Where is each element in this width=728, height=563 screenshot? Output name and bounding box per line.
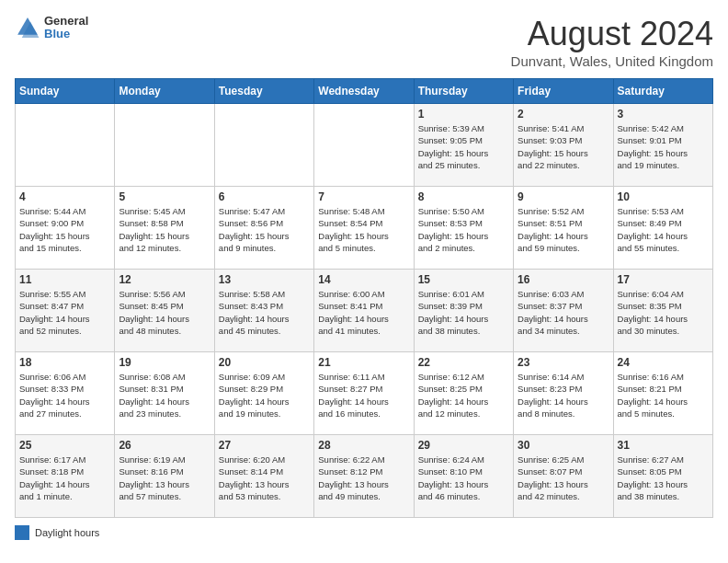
day-number: 30 (518, 439, 609, 452)
calendar-cell: 14Sunrise: 6:00 AM Sunset: 8:41 PM Dayli… (314, 270, 414, 352)
day-of-week-header: Wednesday (314, 79, 414, 104)
legend-color-swatch (15, 525, 29, 540)
day-number: 20 (219, 356, 310, 369)
calendar-cell: 30Sunrise: 6:25 AM Sunset: 8:07 PM Dayli… (514, 435, 613, 518)
day-number: 22 (418, 356, 509, 369)
calendar-cell: 10Sunrise: 5:53 AM Sunset: 8:49 PM Dayli… (613, 187, 712, 270)
calendar-week-row: 4Sunrise: 5:44 AM Sunset: 9:00 PM Daylig… (16, 187, 713, 270)
day-info: Sunrise: 6:25 AM Sunset: 8:07 PM Dayligh… (518, 454, 609, 502)
day-info: Sunrise: 5:39 AM Sunset: 9:05 PM Dayligh… (418, 122, 509, 171)
calendar-cell: 11Sunrise: 5:55 AM Sunset: 8:47 PM Dayli… (16, 270, 115, 352)
day-number: 11 (19, 273, 110, 286)
day-number: 2 (518, 108, 609, 121)
calendar-cell: 31Sunrise: 6:27 AM Sunset: 8:05 PM Dayli… (613, 435, 712, 518)
calendar-cell: 26Sunrise: 6:19 AM Sunset: 8:16 PM Dayli… (115, 435, 214, 518)
calendar-cell: 18Sunrise: 6:06 AM Sunset: 8:33 PM Dayli… (16, 352, 115, 435)
day-number: 1 (418, 108, 509, 121)
day-number: 8 (418, 190, 509, 203)
day-number: 9 (518, 190, 609, 203)
day-number: 27 (219, 439, 310, 452)
calendar-week-row: 25Sunrise: 6:17 AM Sunset: 8:18 PM Dayli… (16, 435, 713, 518)
calendar-cell: 2Sunrise: 5:41 AM Sunset: 9:03 PM Daylig… (514, 104, 613, 187)
location-subtitle: Dunvant, Wales, United Kingdom (511, 53, 713, 69)
day-info: Sunrise: 5:45 AM Sunset: 8:58 PM Dayligh… (119, 205, 210, 254)
legend-label: Daylight hours (35, 527, 99, 538)
calendar-cell: 20Sunrise: 6:09 AM Sunset: 8:29 PM Dayli… (214, 352, 313, 435)
calendar-week-row: 11Sunrise: 5:55 AM Sunset: 8:47 PM Dayli… (16, 270, 713, 352)
day-info: Sunrise: 6:17 AM Sunset: 8:18 PM Dayligh… (19, 454, 110, 502)
day-number: 28 (318, 439, 409, 452)
day-info: Sunrise: 6:06 AM Sunset: 8:33 PM Dayligh… (19, 371, 110, 419)
day-number: 5 (119, 190, 210, 203)
calendar-cell: 3Sunrise: 5:42 AM Sunset: 9:01 PM Daylig… (613, 104, 712, 187)
calendar-cell (16, 104, 115, 187)
calendar-cell: 28Sunrise: 6:22 AM Sunset: 8:12 PM Dayli… (314, 435, 414, 518)
footer-legend: Daylight hours (15, 525, 713, 540)
day-number: 4 (19, 190, 110, 203)
day-info: Sunrise: 6:22 AM Sunset: 8:12 PM Dayligh… (318, 454, 409, 502)
day-info: Sunrise: 5:55 AM Sunset: 8:47 PM Dayligh… (19, 288, 110, 337)
logo: General Blue (15, 15, 88, 41)
day-number: 13 (219, 273, 310, 286)
day-info: Sunrise: 5:48 AM Sunset: 8:54 PM Dayligh… (318, 205, 409, 254)
calendar-cell (214, 104, 313, 187)
day-number: 14 (318, 273, 409, 286)
calendar-cell: 24Sunrise: 6:16 AM Sunset: 8:21 PM Dayli… (613, 352, 712, 435)
calendar-cell: 29Sunrise: 6:24 AM Sunset: 8:10 PM Dayli… (414, 435, 513, 518)
calendar-cell: 4Sunrise: 5:44 AM Sunset: 9:00 PM Daylig… (16, 187, 115, 270)
day-number: 19 (119, 356, 210, 369)
day-number: 12 (119, 273, 210, 286)
calendar-cell: 22Sunrise: 6:12 AM Sunset: 8:25 PM Dayli… (414, 352, 513, 435)
day-of-week-header: Saturday (613, 79, 712, 104)
day-number: 6 (219, 190, 310, 203)
day-info: Sunrise: 5:58 AM Sunset: 8:43 PM Dayligh… (219, 288, 310, 337)
calendar-cell: 9Sunrise: 5:52 AM Sunset: 8:51 PM Daylig… (514, 187, 613, 270)
day-of-week-header: Monday (115, 79, 214, 104)
logo-icon (15, 15, 40, 40)
day-number: 3 (618, 108, 709, 121)
day-of-week-header: Friday (514, 79, 613, 104)
calendar-week-row: 1Sunrise: 5:39 AM Sunset: 9:05 PM Daylig… (16, 104, 713, 187)
calendar-cell: 23Sunrise: 6:14 AM Sunset: 8:23 PM Dayli… (514, 352, 613, 435)
day-info: Sunrise: 6:27 AM Sunset: 8:05 PM Dayligh… (618, 454, 709, 502)
day-info: Sunrise: 5:41 AM Sunset: 9:03 PM Dayligh… (518, 122, 609, 171)
day-number: 16 (518, 273, 609, 286)
day-info: Sunrise: 6:19 AM Sunset: 8:16 PM Dayligh… (119, 454, 210, 502)
calendar-cell: 1Sunrise: 5:39 AM Sunset: 9:05 PM Daylig… (414, 104, 513, 187)
calendar-cell: 19Sunrise: 6:08 AM Sunset: 8:31 PM Dayli… (115, 352, 214, 435)
day-info: Sunrise: 6:11 AM Sunset: 8:27 PM Dayligh… (318, 371, 409, 419)
day-info: Sunrise: 5:42 AM Sunset: 9:01 PM Dayligh… (618, 122, 709, 171)
day-info: Sunrise: 5:52 AM Sunset: 8:51 PM Dayligh… (518, 205, 609, 254)
day-info: Sunrise: 6:01 AM Sunset: 8:39 PM Dayligh… (418, 288, 509, 337)
title-area: August 2024 Dunvant, Wales, United Kingd… (511, 15, 713, 69)
calendar-cell: 12Sunrise: 5:56 AM Sunset: 8:45 PM Dayli… (115, 270, 214, 352)
day-info: Sunrise: 6:16 AM Sunset: 8:21 PM Dayligh… (618, 371, 709, 419)
month-title: August 2024 (511, 15, 713, 53)
calendar-cell: 15Sunrise: 6:01 AM Sunset: 8:39 PM Dayli… (414, 270, 513, 352)
calendar-cell: 25Sunrise: 6:17 AM Sunset: 8:18 PM Dayli… (16, 435, 115, 518)
day-of-week-header: Thursday (414, 79, 513, 104)
calendar-cell: 21Sunrise: 6:11 AM Sunset: 8:27 PM Dayli… (314, 352, 414, 435)
calendar-cell: 13Sunrise: 5:58 AM Sunset: 8:43 PM Dayli… (214, 270, 313, 352)
day-number: 23 (518, 356, 609, 369)
calendar-cell: 6Sunrise: 5:47 AM Sunset: 8:56 PM Daylig… (214, 187, 313, 270)
day-info: Sunrise: 6:08 AM Sunset: 8:31 PM Dayligh… (119, 371, 210, 419)
day-info: Sunrise: 6:14 AM Sunset: 8:23 PM Dayligh… (518, 371, 609, 419)
day-number: 15 (418, 273, 509, 286)
day-info: Sunrise: 6:04 AM Sunset: 8:35 PM Dayligh… (618, 288, 709, 337)
day-info: Sunrise: 6:12 AM Sunset: 8:25 PM Dayligh… (418, 371, 509, 419)
logo-text: General Blue (44, 15, 88, 41)
calendar-cell: 27Sunrise: 6:20 AM Sunset: 8:14 PM Dayli… (214, 435, 313, 518)
calendar-cell: 17Sunrise: 6:04 AM Sunset: 8:35 PM Dayli… (613, 270, 712, 352)
logo-line2: Blue (44, 28, 88, 40)
day-number: 7 (318, 190, 409, 203)
day-number: 24 (618, 356, 709, 369)
day-info: Sunrise: 5:47 AM Sunset: 8:56 PM Dayligh… (219, 205, 310, 254)
calendar-cell: 16Sunrise: 6:03 AM Sunset: 8:37 PM Dayli… (514, 270, 613, 352)
calendar-header-row: SundayMondayTuesdayWednesdayThursdayFrid… (16, 79, 713, 104)
logo-line1: General (44, 15, 88, 28)
calendar-body: 1Sunrise: 5:39 AM Sunset: 9:05 PM Daylig… (16, 104, 713, 518)
calendar-cell (314, 104, 414, 187)
calendar-table: SundayMondayTuesdayWednesdayThursdayFrid… (15, 78, 713, 518)
day-info: Sunrise: 6:00 AM Sunset: 8:41 PM Dayligh… (318, 288, 409, 337)
